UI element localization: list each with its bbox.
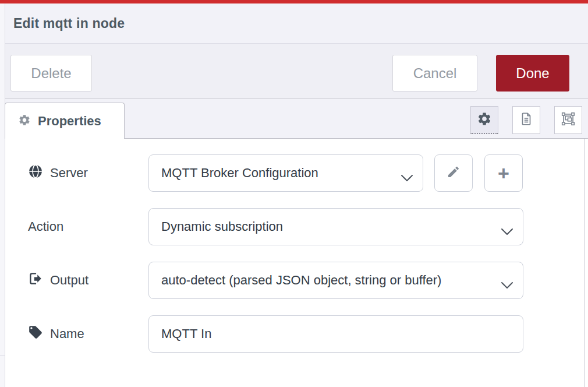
gear-icon [18,114,31,129]
name-input[interactable] [148,315,523,353]
name-label-group: Name [28,315,84,353]
action-select-value: Dynamic subscription [161,219,283,234]
server-select[interactable]: MQTT Broker Configuration [148,154,423,192]
delete-button[interactable]: Delete [10,55,92,92]
output-label-group: Output [28,262,88,299]
chevron-down-icon [401,170,413,185]
page-title: Edit mqtt in node [13,16,125,31]
tray-footer-divider [0,355,5,356]
gear-icon [477,111,492,129]
dialog-header: Edit mqtt in node [5,3,588,44]
sign-out-icon [28,271,43,290]
panel-right-border [584,139,585,387]
name-label: Name [50,326,84,342]
plus-icon: + [498,162,509,185]
tray-left-edge [0,3,5,387]
tag-icon [28,325,43,343]
output-select-value: auto-detect (parsed JSON object, string … [161,273,441,288]
appearance-icon [561,111,576,129]
add-server-button[interactable]: + [484,154,523,192]
cancel-button[interactable]: Cancel [392,55,477,92]
output-select[interactable]: auto-detect (parsed JSON object, string … [148,262,523,299]
appearance-tab-button[interactable] [554,106,582,134]
output-label: Output [50,273,88,288]
description-icon [519,111,534,129]
dialog-toolbar: Delete Cancel Done [5,44,588,98]
globe-icon [28,164,43,182]
pencil-icon [447,165,461,181]
properties-panel: Server MQTT Broker Configuration + Actio… [5,139,588,387]
editor-tab-bar: Properties [5,98,588,139]
description-tab-button[interactable] [512,106,540,134]
chevron-down-icon [501,224,513,239]
tab-properties-label: Properties [38,114,101,129]
edit-server-button[interactable] [434,154,473,192]
action-label: Action [28,219,63,234]
server-label-group: Server [28,154,88,192]
action-select[interactable]: Dynamic subscription [148,208,523,245]
server-select-value: MQTT Broker Configuration [161,166,318,181]
done-button[interactable]: Done [496,55,569,92]
server-label: Server [50,166,88,181]
chevron-down-icon [501,277,513,293]
tab-properties[interactable]: Properties [5,103,125,139]
action-label-group: Action [28,208,63,245]
properties-tab-button[interactable] [470,106,498,134]
